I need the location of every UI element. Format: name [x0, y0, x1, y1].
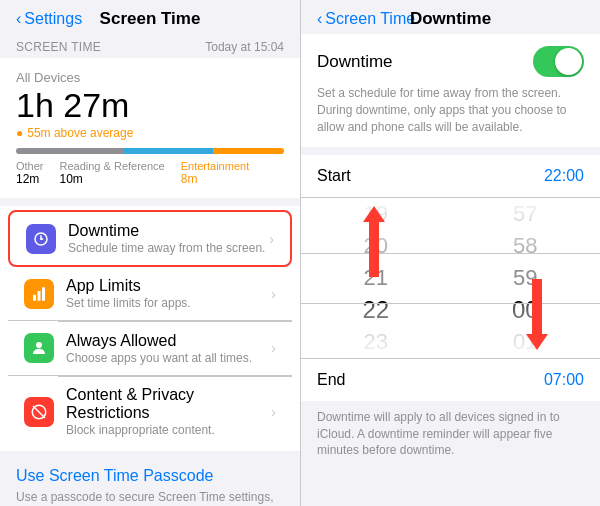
- content-icon: [24, 397, 54, 427]
- downtime-section-label: Downtime: [317, 52, 393, 72]
- right-panel: ‹ Screen Time Downtime Downtime Set a sc…: [300, 0, 600, 506]
- menu-list: Downtime Schedule time away from the scr…: [0, 206, 300, 451]
- avg-icon: ●: [16, 126, 23, 140]
- left-panel: ‹ Settings Screen Time SCREEN TIME Today…: [0, 0, 300, 506]
- usage-bar: [16, 148, 284, 154]
- picker-min-1: 58: [451, 230, 601, 262]
- above-average-row: ● 55m above average: [16, 126, 284, 140]
- arrow-down-shaft: [532, 279, 542, 334]
- downtime-subtitle: Schedule time away from the screen.: [68, 241, 269, 255]
- svg-rect-4: [38, 291, 41, 301]
- picker-line-bottom: [301, 303, 600, 304]
- svg-rect-2: [40, 238, 43, 240]
- start-row[interactable]: Start 22:00: [301, 155, 600, 198]
- chevron-right-icon: ›: [271, 340, 276, 356]
- passcode-desc: Use a passcode to secure Screen Time set…: [16, 489, 284, 506]
- screen-time-card[interactable]: All Devices 1h 27m ● 55m above average O…: [0, 58, 300, 198]
- screen-time-section-header: SCREEN TIME Today at 15:04: [0, 34, 300, 58]
- chevron-right-icon: ›: [271, 286, 276, 302]
- bar-label-reading: Reading & Reference 10m: [60, 160, 165, 186]
- applimits-subtitle: Set time limits for apps.: [66, 296, 271, 310]
- downtime-text: Downtime Schedule time away from the scr…: [68, 222, 269, 255]
- start-label: Start: [317, 167, 351, 185]
- downtime-description: Set a schedule for time away from the sc…: [317, 85, 584, 135]
- downtime-toggle[interactable]: [533, 46, 584, 77]
- chevron-right-icon: ›: [271, 404, 276, 420]
- menu-item-content[interactable]: Content & Privacy Restrictions Block ina…: [8, 376, 292, 447]
- section-label: SCREEN TIME: [16, 40, 101, 54]
- start-section: Start 22:00: [301, 155, 600, 358]
- picker-line-top: [301, 253, 600, 254]
- right-nav-title: Downtime: [410, 9, 491, 29]
- applimits-icon: [24, 279, 54, 309]
- content-title: Content & Privacy Restrictions: [66, 386, 271, 422]
- arrow-down-head: [526, 334, 548, 350]
- content-subtitle: Block inappropriate content.: [66, 423, 271, 437]
- svg-rect-3: [33, 295, 36, 301]
- alwaysallowed-text: Always Allowed Choose apps you want at a…: [66, 332, 271, 365]
- end-label: End: [317, 371, 345, 389]
- chevron-right-icon: ›: [269, 231, 274, 247]
- bar-reading: [123, 148, 212, 154]
- toggle-knob: [555, 48, 582, 75]
- picker-columns: 19 20 21 22 23 57 58 59 00 01: [301, 198, 600, 358]
- chevron-left-icon: ‹: [317, 10, 322, 28]
- applimits-title: App Limits: [66, 277, 271, 295]
- downtime-icon: [26, 224, 56, 254]
- section-time: Today at 15:04: [205, 40, 284, 54]
- downtime-title: Downtime: [68, 222, 269, 240]
- svg-line-8: [33, 406, 45, 418]
- bar-label-other: Other 12m: [16, 160, 44, 186]
- left-nav-bar: ‹ Settings Screen Time: [0, 0, 300, 34]
- menu-item-alwaysallowed[interactable]: Always Allowed Choose apps you want at a…: [8, 322, 292, 376]
- picker-hour-selected: 22: [301, 294, 451, 326]
- alwaysallowed-icon: [24, 333, 54, 363]
- menu-item-downtime[interactable]: Downtime Schedule time away from the scr…: [8, 210, 292, 267]
- bar-entertainment: [213, 148, 284, 154]
- right-nav-bar: ‹ Screen Time Downtime: [301, 0, 600, 34]
- svg-rect-5: [42, 287, 45, 301]
- total-time: 1h 27m: [16, 87, 284, 124]
- chevron-left-icon: ‹: [16, 10, 21, 28]
- downtime-toggle-section: Downtime Set a schedule for time away fr…: [301, 34, 600, 147]
- alwaysallowed-title: Always Allowed: [66, 332, 271, 350]
- settings-back-button[interactable]: ‹ Settings: [16, 10, 82, 28]
- bar-other: [16, 148, 123, 154]
- arrow-up-shaft: [369, 222, 379, 277]
- arrow-down-indicator: [526, 279, 548, 350]
- bar-labels: Other 12m Reading & Reference 10m Entert…: [16, 160, 284, 186]
- screen-time-back-button[interactable]: ‹ Screen Time: [317, 10, 415, 28]
- downtime-toggle-row: Downtime: [317, 46, 584, 77]
- picker-hour-4: 23: [301, 326, 451, 358]
- avg-text: 55m above average: [27, 126, 133, 140]
- start-value: 22:00: [544, 167, 584, 185]
- end-row[interactable]: End 07:00: [301, 359, 600, 401]
- applimits-text: App Limits Set time limits for apps.: [66, 277, 271, 310]
- content-text: Content & Privacy Restrictions Block ina…: [66, 386, 271, 437]
- alwaysallowed-subtitle: Choose apps you want at all times.: [66, 351, 271, 365]
- right-content: Downtime Set a schedule for time away fr…: [301, 34, 600, 506]
- time-picker[interactable]: 19 20 21 22 23 57 58 59 00 01: [301, 198, 600, 358]
- menu-item-applimits[interactable]: App Limits Set time limits for apps. ›: [8, 267, 292, 321]
- passcode-section: Use Screen Time Passcode Use a passcode …: [0, 459, 300, 506]
- left-nav-title: Screen Time: [100, 9, 201, 29]
- end-description: Downtime will apply to all devices signe…: [301, 401, 600, 467]
- passcode-link-text[interactable]: Use Screen Time Passcode: [16, 467, 284, 485]
- arrow-up-head: [363, 206, 385, 222]
- device-label: All Devices: [16, 70, 284, 85]
- end-section: End 07:00: [301, 358, 600, 401]
- picker-min-0: 57: [451, 198, 601, 230]
- bar-label-entertainment: Entertainment 8m: [181, 160, 249, 186]
- svg-point-6: [36, 342, 42, 348]
- end-value: 07:00: [544, 371, 584, 389]
- arrow-up-indicator: [363, 206, 385, 277]
